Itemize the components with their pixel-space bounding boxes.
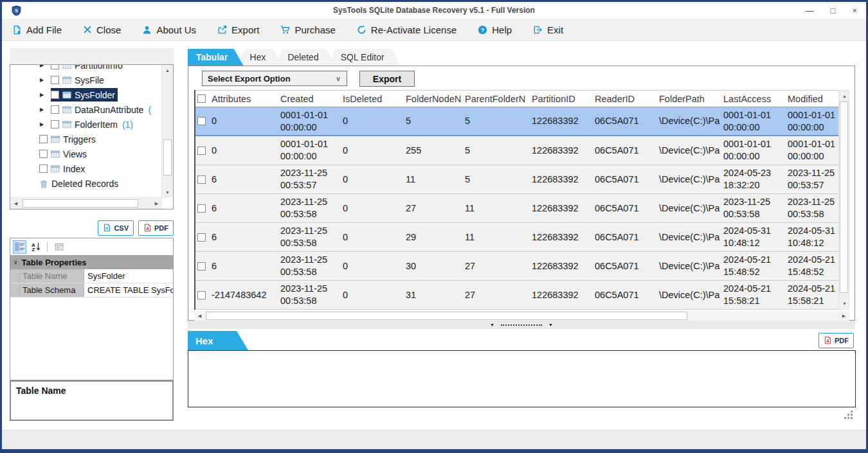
expander-icon[interactable]: ▶	[40, 77, 51, 83]
tree-checkbox[interactable]	[51, 64, 59, 69]
row-checkbox[interactable]	[197, 291, 206, 299]
tree-checkbox[interactable]	[51, 76, 59, 84]
column-header-folderpath[interactable]: FolderPath	[656, 94, 720, 104]
table-row[interactable]: 62023-11-25 00:53:580302712268339206C5A0…	[195, 252, 838, 281]
tab-hex-bottom[interactable]: Hex	[188, 331, 248, 350]
toolbar-button-help[interactable]: ?Help	[478, 24, 512, 35]
row-checkbox[interactable]	[197, 147, 206, 155]
scroll-up-icon[interactable]: ▲	[839, 91, 850, 102]
column-header-parentfoldern[interactable]: ParentFolderN	[462, 94, 529, 104]
grid-vscroll-thumb[interactable]	[840, 102, 848, 293]
splitter-collapse-icon[interactable]: ▼	[490, 323, 494, 327]
grid-horizontal-scrollbar[interactable]: ◀ ▶	[194, 311, 849, 321]
window-maximize-button[interactable]: □	[831, 6, 836, 15]
column-header-partitionid[interactable]: PartitionID	[529, 94, 592, 104]
hex-content-area[interactable]	[188, 350, 856, 407]
resize-grip-icon[interactable]	[844, 411, 854, 420]
tree-item-count: (	[148, 105, 151, 115]
scroll-up-icon[interactable]: ▲	[162, 65, 173, 76]
select-all-checkbox[interactable]	[197, 94, 206, 103]
table-row[interactable]: 62023-11-25 00:53:580271112268339206C5A0…	[195, 194, 838, 223]
table-row[interactable]: 00001-01-01 00:00:0005512268339206C5A071…	[195, 107, 838, 136]
column-header-readerid[interactable]: ReaderID	[592, 94, 656, 104]
table-row[interactable]: -21474836422023-11-25 00:53:580312712268…	[195, 281, 838, 310]
export-option-dropdown[interactable]: Select Export Option ∨	[202, 71, 347, 86]
grid-vertical-scrollbar[interactable]: ▲ ▼	[838, 90, 849, 310]
row-checkbox[interactable]	[197, 262, 206, 271]
column-header-attributes[interactable]: Attributes	[208, 94, 277, 104]
column-header-foldernoden[interactable]: FolderNodeN	[402, 94, 462, 104]
tree-checkbox[interactable]	[39, 164, 48, 173]
property-category-header[interactable]: ∨ Table Properties	[10, 255, 173, 269]
hex-pdf-button[interactable]: A PDF	[818, 333, 854, 348]
table-row[interactable]: 00001-01-01 00:00:000255512268339206C5A0…	[195, 136, 838, 165]
database-tree: ▶PartitionInfo▶SysFile▶SysFolder▶DataRun…	[10, 64, 173, 191]
row-checkbox[interactable]	[197, 117, 206, 125]
toolbar-button-about-us[interactable]: About Us	[142, 24, 196, 35]
column-header-isdeleted[interactable]: IsDeleted	[339, 94, 402, 104]
tree-checkbox[interactable]	[51, 91, 59, 99]
tree-item-sysfile[interactable]: ▶SysFile	[10, 73, 173, 87]
grid-hscroll-thumb[interactable]	[206, 312, 687, 320]
pdf-export-button[interactable]: A PDF	[138, 220, 174, 236]
tab-sql-editor[interactable]: SQL Editor	[329, 49, 400, 66]
splitter-grip[interactable]	[501, 324, 542, 326]
tree-item-index[interactable]: Index	[10, 161, 173, 176]
csv-export-button[interactable]: CSV	[98, 220, 134, 236]
property-row-table-schema[interactable]: Table SchemaCREATE TABLE SysFold	[10, 283, 173, 298]
tree-item-triggers[interactable]: Triggers	[10, 132, 173, 147]
categorized-view-icon[interactable]	[13, 240, 26, 254]
tab-hex[interactable]: Hex	[239, 49, 282, 66]
table-row[interactable]: 62023-11-25 00:53:57011512268339206C5A07…	[195, 165, 838, 194]
tree-checkbox[interactable]	[51, 120, 59, 129]
window-minimize-button[interactable]: —	[806, 6, 814, 15]
tree-item-folderitem[interactable]: ▶FolderItem(1)	[10, 117, 173, 132]
expander-icon[interactable]: ▶	[40, 64, 51, 68]
toolbar-button-exit[interactable]: Exit	[533, 24, 563, 35]
tab-tabular[interactable]: Tabular	[188, 49, 244, 66]
row-checkbox[interactable]	[197, 204, 206, 213]
window-close-button[interactable]: ×	[852, 6, 857, 15]
tree-checkbox[interactable]	[39, 150, 48, 158]
table-row[interactable]: 62023-11-25 00:53:580291112268339206C5A0…	[195, 223, 838, 252]
tree-item-partitioninfo[interactable]: ▶PartitionInfo	[10, 64, 173, 73]
toolbar-button-close[interactable]: Close	[83, 24, 121, 35]
cell-isdeleted: 0	[339, 115, 402, 127]
database-tree-panel: ▶PartitionInfo▶SysFile▶SysFolder▶DataRun…	[10, 64, 174, 209]
toolbar-button-export[interactable]: Export	[217, 24, 259, 35]
tree-vertical-scrollbar[interactable]: ▲ ▼	[161, 65, 173, 198]
collapse-chevron-icon[interactable]: ∨	[14, 259, 18, 265]
property-row-table-name[interactable]: Table NameSysFolder	[10, 269, 173, 283]
tree-hscroll-thumb[interactable]	[23, 199, 138, 208]
toolbar-button-add-file[interactable]: Add File	[12, 24, 62, 35]
tree-checkbox[interactable]	[39, 135, 48, 143]
panel-splitter[interactable]: ▼ ▼	[188, 321, 855, 329]
export-button[interactable]: Export	[359, 71, 415, 87]
tree-vscroll-thumb[interactable]	[163, 139, 172, 175]
column-header-modified[interactable]: Modified	[784, 94, 838, 104]
tree-item-deleted-records[interactable]: Deleted Records	[10, 176, 173, 191]
toolbar-button-purchase[interactable]: Purchase	[280, 24, 335, 35]
scroll-down-icon[interactable]: ▼	[839, 298, 850, 309]
scroll-right-icon[interactable]: ▶	[838, 311, 849, 321]
scroll-left-icon[interactable]: ◀	[10, 198, 21, 209]
row-checkbox[interactable]	[197, 175, 206, 184]
tree-checkbox[interactable]	[51, 105, 59, 114]
tree-item-sysfolder[interactable]: ▶SysFolder	[10, 87, 173, 102]
scroll-down-icon[interactable]: ▼	[162, 187, 173, 198]
column-header-lastaccess[interactable]: LastAccess	[720, 94, 784, 104]
scroll-left-icon[interactable]: ◀	[194, 311, 205, 321]
expander-icon[interactable]: ▶	[40, 121, 51, 127]
column-header-created[interactable]: Created	[277, 94, 339, 104]
tab-deleted[interactable]: Deleted	[276, 49, 334, 66]
expander-icon[interactable]: ▶	[40, 92, 51, 98]
splitter-collapse-icon[interactable]: ▼	[548, 323, 553, 327]
alphabetical-sort-icon[interactable]: AZ	[29, 240, 42, 254]
scroll-right-icon[interactable]: ▶	[151, 198, 162, 209]
tree-horizontal-scrollbar[interactable]: ◀ ▶	[10, 197, 162, 209]
tree-item-datarunattribute[interactable]: ▶DataRunAttribute(	[10, 102, 173, 117]
toolbar-button-re-activate-license[interactable]: Re-Activate License	[357, 24, 457, 35]
tree-item-views[interactable]: Views	[10, 147, 173, 161]
row-checkbox[interactable]	[197, 233, 206, 242]
expander-icon[interactable]: ▶	[40, 107, 51, 112]
